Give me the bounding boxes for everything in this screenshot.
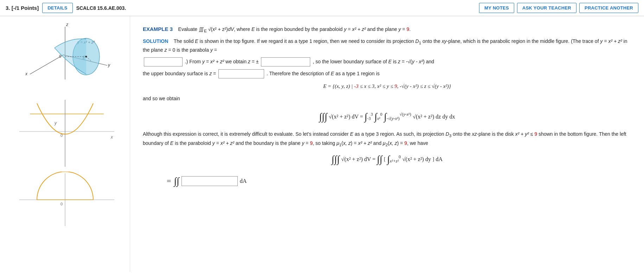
upper-boundary-text: the upper boundary surface is z = — [143, 71, 216, 76]
figure-parabola: y x 0 — [9, 96, 121, 170]
left-panel: z y x 0 y = x² + z² E — [0, 16, 130, 272]
svg-text:y: y — [108, 63, 110, 68]
upper-boundary-row: the upper boundary surface is z = . Ther… — [143, 69, 631, 78]
figure-3d: z y x 0 y = x² + z² E — [9, 20, 121, 94]
although-paragraph: Although this expression is correct, it … — [143, 130, 631, 148]
ask-teacher-button[interactable]: ASK YOUR TEACHER — [517, 3, 576, 13]
input-upper-z[interactable] — [218, 69, 264, 78]
input-row-1: .) From y = x² + z² we obtain z = ± , so… — [143, 57, 631, 66]
main-content: z y x 0 y = x² + z² E — [0, 16, 644, 272]
header-right: MY NOTES ASK YOUR TEACHER PRACTICE ANOTH… — [479, 3, 638, 13]
svg-text:x: x — [25, 71, 28, 76]
solution-paragraph-1: SOLUTION The solid E is shown in the top… — [143, 37, 631, 55]
svg-text:x: x — [110, 135, 113, 140]
right-panel: EXAMPLE 3 Evaluate ∭E √(x² + z²)dV, wher… — [130, 16, 644, 272]
from-text: .) From y = x² + z² we obtain z = ± — [185, 59, 260, 64]
practice-another-button[interactable]: PRACTICE ANOTHER — [579, 3, 638, 13]
my-notes-button[interactable]: MY NOTES — [479, 3, 514, 13]
header-left: 3. [-/1 Points] DETAILS SCALC8 15.6.AE.0… — [6, 3, 475, 13]
answer-row: = ∫∫ dA — [164, 173, 631, 190]
svg-line-4 — [30, 55, 63, 74]
example-paragraph: EXAMPLE 3 Evaluate ∭E √(x² + z²)dV, wher… — [143, 25, 631, 34]
input-z-expr[interactable] — [261, 57, 310, 66]
svg-text:z: z — [66, 22, 69, 27]
example-label: EXAMPLE 3 — [143, 26, 173, 32]
set-definition: E = {(x, y, z) | -3 ≤ x ≤ 3, x² ≤ y ≤ 9,… — [143, 82, 631, 91]
lower-boundary-text: , so the lower boundary surface of E is … — [313, 59, 434, 64]
problem-code: SCALC8 15.6.AE.003. — [76, 5, 126, 11]
red-value-1: 9 — [407, 26, 409, 32]
problem-number: 3. [-/1 Points] — [6, 5, 39, 11]
example-description: Evaluate ∭E √(x² + z²)dV, where E is the… — [178, 26, 411, 32]
answer-input[interactable] — [181, 176, 238, 186]
svg-point-12 — [85, 56, 87, 58]
page-header: 3. [-/1 Points] DETAILS SCALC8 15.6.AE.0… — [0, 0, 644, 16]
svg-text:0: 0 — [60, 202, 63, 206]
solution-label: SOLUTION — [143, 38, 168, 44]
equals-symbol: = — [167, 174, 171, 187]
svg-text:y: y — [54, 121, 57, 126]
figure-semicircle: 0 — [9, 172, 121, 228]
input-parabola[interactable] — [144, 57, 183, 66]
second-integral-block: ∫∫∫ √(x² + z²) dV = ∫∫ [ ∫x²+z²0 √(x² + … — [143, 151, 631, 168]
details-button[interactable]: DETAILS — [42, 3, 72, 13]
type1-text: . Therefore the description of E as a ty… — [267, 71, 380, 76]
and-so-text: and so we obtain — [143, 95, 631, 103]
solution-text-1: The solid E is shown in the top figure. … — [143, 38, 627, 53]
triple-integral-block: ∫∫∫ √(x² + z²) dV = ∫-33 ∫x²0 ∫-√(y-x²)√… — [143, 108, 631, 125]
